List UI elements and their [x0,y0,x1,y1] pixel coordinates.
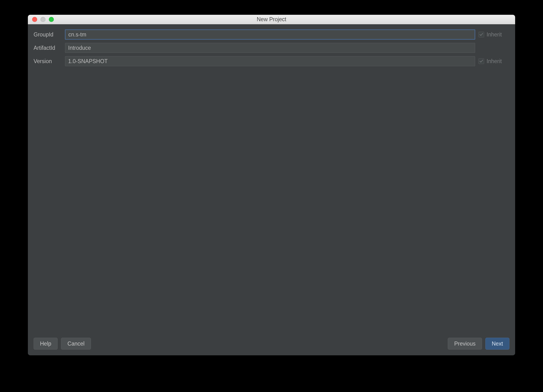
artifactid-label: ArtifactId [34,45,62,51]
close-icon[interactable] [32,17,37,22]
maximize-icon[interactable] [49,17,54,22]
version-label: Version [34,58,62,65]
groupid-label: GroupId [34,31,62,38]
titlebar: New Project [28,15,515,24]
version-inherit: Inherit [478,58,509,65]
window-controls [28,17,54,22]
version-input[interactable]: 1.0-SNAPSHOT [65,56,475,66]
cancel-button[interactable]: Cancel [61,338,91,350]
minimize-icon [40,17,45,22]
artifactid-row: ArtifactId Introduce [34,43,509,53]
groupid-row: GroupId cn.s-tm Inherit [34,29,509,40]
new-project-dialog: New Project GroupId cn.s-tm Inherit Arti… [28,15,515,355]
groupid-inherit-label: Inherit [486,31,502,38]
next-button[interactable]: Next [485,338,509,350]
version-row: Version 1.0-SNAPSHOT Inherit [34,56,509,66]
groupid-input[interactable]: cn.s-tm [65,29,475,40]
previous-button[interactable]: Previous [448,338,482,350]
checkmark-icon [479,32,483,37]
help-button[interactable]: Help [34,338,58,350]
version-inherit-label: Inherit [486,58,502,65]
checkmark-icon [479,59,483,63]
dialog-body: GroupId cn.s-tm Inherit ArtifactId Intro… [28,24,515,336]
groupid-inherit: Inherit [478,31,509,38]
window-title: New Project [28,16,515,23]
groupid-inherit-checkbox [478,32,484,37]
version-inherit-checkbox [478,58,484,64]
artifactid-input[interactable]: Introduce [65,43,475,53]
dialog-footer: Help Cancel Previous Next [28,336,515,355]
